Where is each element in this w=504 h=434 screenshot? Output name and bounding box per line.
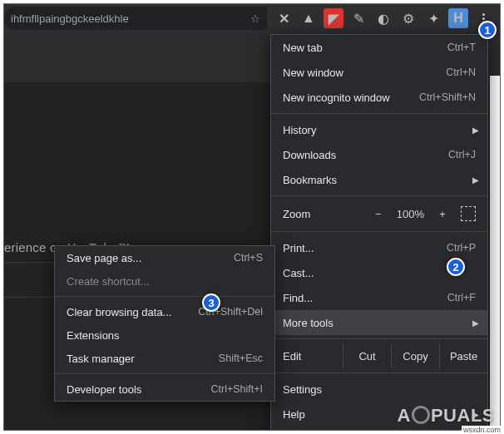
menu-edit: Edit Cut Copy Paste [271, 343, 487, 369]
menu-item-label: Task manager [67, 353, 135, 365]
menu-bookmarks[interactable]: Bookmarks ▶ [271, 167, 487, 192]
shortcut: Ctrl+T [447, 42, 476, 53]
submenu-task-manager[interactable]: Task manager Shift+Esc [55, 347, 274, 370]
shortcut: Ctrl+P [447, 242, 476, 254]
url-text: ihfmfllpaingbgckeeldkhle [11, 12, 129, 25]
menu-item-label: Save page as... [67, 252, 141, 264]
menu-item-label: Print... [283, 242, 314, 254]
menu-item-label: New incognito window [283, 91, 390, 104]
extensions-puzzle-icon[interactable]: ✦ [423, 8, 443, 28]
watermark-text: A [398, 405, 411, 426]
scrollbar[interactable] [490, 76, 500, 430]
menu-item-label: Zoom [283, 208, 310, 220]
submenu-create-shortcut: Create shortcut... [55, 269, 274, 293]
separator [271, 372, 487, 373]
menu-more-tools[interactable]: More tools ▶ [271, 310, 487, 335]
separator [55, 296, 274, 297]
submenu-arrow-icon: ▶ [472, 175, 479, 185]
separator [271, 338, 487, 339]
separator [55, 373, 274, 374]
fullscreen-icon[interactable] [461, 206, 476, 221]
shortcut: Ctrl+J [448, 149, 476, 160]
annotation-badge-3: 3 [202, 293, 220, 312]
shortcut: Shift+Esc [219, 353, 263, 364]
shortcut: Ctrl+F [447, 292, 476, 303]
submenu-extensions[interactable]: Extensions [55, 323, 274, 347]
separator [271, 231, 487, 232]
menu-print[interactable]: Print... Ctrl+P [271, 235, 487, 260]
extension-icon-1[interactable]: ✕ [274, 8, 294, 28]
menu-new-tab[interactable]: New tab Ctrl+T [271, 35, 487, 60]
shortcut: Ctrl+Shift+N [419, 91, 476, 103]
more-tools-submenu: Save page as... Ctrl+S Create shortcut..… [54, 245, 275, 402]
extension-icon-4[interactable]: ✎ [348, 8, 368, 28]
watermark-text: PUALS [431, 405, 495, 426]
bookmark-star-icon[interactable]: ☆ [250, 12, 260, 25]
submenu-developer-tools[interactable]: Developer tools Ctrl+Shift+I [55, 377, 274, 401]
menu-item-label: Settings [283, 383, 322, 396]
watermark-emblem-icon [412, 406, 430, 424]
submenu-arrow-icon: ▶ [472, 126, 479, 135]
window-frame: ihfmfllpaingbgckeeldkhle ☆ ✕ ▲ ◤ ✎ ◐ ⚙ ✦… [3, 3, 501, 431]
menu-new-incognito[interactable]: New incognito window Ctrl+Shift+N [271, 85, 487, 110]
annotation-badge-2: 2 [447, 258, 465, 276]
menu-item-label: Extensions [67, 329, 120, 342]
watermark: APUALS [398, 405, 495, 427]
menu-downloads[interactable]: Downloads Ctrl+J [271, 142, 487, 167]
menu-item-label: Help [283, 408, 305, 421]
menu-item-label: Developer tools [67, 383, 141, 396]
edit-cut-button[interactable]: Cut [343, 343, 391, 369]
browser-toolbar: ihfmfllpaingbgckeeldkhle ☆ ✕ ▲ ◤ ✎ ◐ ⚙ ✦… [4, 4, 500, 32]
menu-find[interactable]: Find... Ctrl+F [271, 285, 487, 310]
menu-item-label: Downloads [283, 149, 336, 161]
menu-item-label: Clear browsing data... [67, 306, 171, 318]
annotation-badge-1: 1 [478, 21, 497, 39]
extension-icon-3[interactable]: ◤ [324, 8, 343, 28]
edit-paste-button[interactable]: Paste [439, 343, 487, 369]
settings-gear-icon[interactable]: ⚙ [398, 8, 418, 28]
submenu-clear-browsing-data[interactable]: Clear browsing data... Ctrl+Shift+Del [55, 300, 274, 323]
submenu-save-page-as[interactable]: Save page as... Ctrl+S [55, 246, 274, 269]
menu-item-label: New tab [283, 42, 323, 54]
menu-item-label: History [283, 124, 316, 136]
menu-item-label: Cast... [283, 267, 314, 279]
extension-icons: ✕ ▲ ◤ ✎ ◐ ⚙ ✦ H [272, 4, 500, 32]
omnibox[interactable]: ihfmfllpaingbgckeeldkhle ☆ [4, 7, 267, 30]
extension-icon-2[interactable]: ▲ [299, 8, 319, 28]
separator [271, 113, 487, 114]
menu-item-label: Create shortcut... [67, 275, 150, 288]
separator [271, 430, 487, 431]
menu-item-label: More tools [283, 317, 334, 329]
zoom-out-button[interactable]: − [372, 208, 385, 220]
extension-icon-5[interactable]: ◐ [373, 8, 393, 28]
zoom-in-button[interactable]: + [436, 208, 449, 220]
menu-item-label: New window [283, 67, 343, 79]
submenu-arrow-icon: ▶ [472, 318, 479, 328]
shortcut: Ctrl+N [446, 67, 476, 78]
zoom-level: 100% [397, 208, 424, 220]
separator [271, 195, 487, 196]
profile-avatar[interactable]: H [448, 8, 468, 28]
edit-copy-button[interactable]: Copy [391, 343, 439, 369]
menu-item-label: Bookmarks [283, 174, 337, 186]
menu-history[interactable]: History ▶ [271, 117, 487, 142]
menu-item-label: Edit [283, 350, 301, 362]
menu-zoom: Zoom − 100% + [271, 200, 487, 228]
shortcut: Ctrl+S [234, 252, 263, 264]
shortcut: Ctrl+Shift+I [210, 383, 263, 395]
menu-settings[interactable]: Settings [271, 377, 487, 402]
chrome-main-menu: New tab Ctrl+T New window Ctrl+N New inc… [270, 34, 488, 431]
credit-text: wsxdn.com [462, 426, 502, 434]
menu-new-window[interactable]: New window Ctrl+N [271, 60, 487, 85]
menu-item-label: Find... [283, 292, 313, 304]
